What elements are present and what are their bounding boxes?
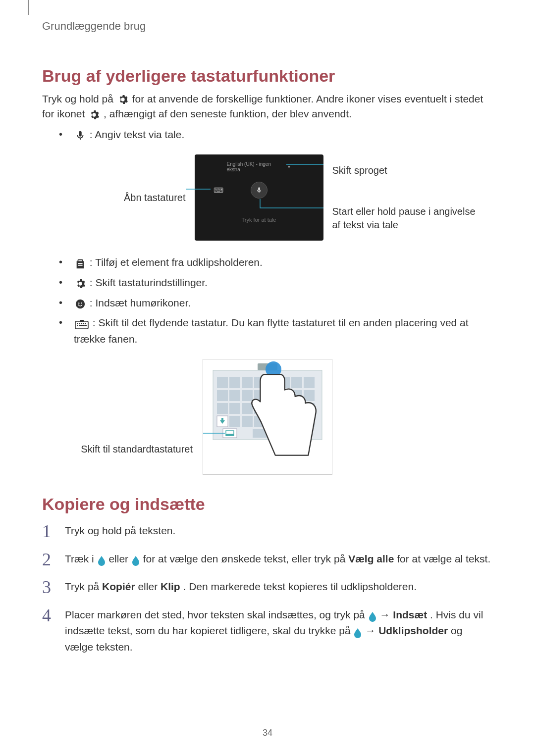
s2b: eller	[108, 553, 131, 564]
s3c: eller	[138, 581, 160, 592]
gear-icon	[75, 278, 86, 289]
bullet-list-2: : Tilføj et element fra udklipsholderen.…	[42, 254, 493, 347]
page: Grundlæggende brug Brug af yderligere ta…	[0, 0, 535, 756]
s3b: Kopiér	[102, 581, 135, 592]
svg-point-2	[81, 302, 82, 303]
s3e: . Den markerede tekst kopieres til udkli…	[183, 581, 417, 592]
keyboard-small-icon: ⌨	[214, 186, 224, 194]
voice-figure-row: Åbn tastaturet English (UK) - ingen ekst…	[42, 154, 493, 241]
step-2: Træk i eller for at vælge den ønskede te…	[42, 551, 493, 567]
step-1: Tryk og hold på teksten.	[42, 523, 493, 539]
bullet-settings-text: : Skift tastaturindstillinger.	[90, 277, 208, 288]
s4a: Placer markøren det sted, hvor teksten s…	[65, 609, 368, 620]
caption-open-keyboard: Åbn tastaturet	[59, 191, 186, 204]
top-rule	[28, 0, 29, 15]
bullet-voice: : Angiv tekst via tale.	[59, 127, 493, 143]
step-3: Tryk på Kopiér eller Klip . Den markered…	[42, 579, 493, 595]
svg-rect-22	[291, 377, 302, 388]
bullet-settings: : Skift tastaturindstillinger.	[59, 275, 493, 291]
intro-text-c: , afhængigt af den seneste funktion, der…	[104, 108, 352, 119]
s2d: Vælg alle	[348, 553, 394, 564]
section-heading-1: Brug af yderligere tastaturfunktioner	[42, 66, 493, 86]
svg-rect-41	[229, 416, 240, 427]
gear-icon	[89, 109, 100, 120]
svg-rect-8	[83, 323, 84, 324]
svg-rect-12	[85, 325, 87, 326]
s3d: Klip	[160, 581, 180, 592]
bullet-floating: : Skift til det flydende tastatur. Du ka…	[59, 315, 493, 347]
svg-rect-23	[304, 377, 315, 388]
cursor-handle-icon	[369, 610, 376, 620]
svg-rect-10	[77, 325, 78, 326]
svg-rect-48	[223, 429, 237, 438]
svg-rect-11	[79, 325, 85, 326]
svg-rect-16	[217, 377, 228, 388]
s4b: →	[379, 609, 393, 620]
bullet-clipboard-text: : Tilføj et element fra udklipsholderen.	[90, 256, 263, 268]
voice-language-label: English (UK) - ingen ekstra▼	[227, 161, 291, 172]
svg-rect-34	[242, 403, 253, 414]
selection-handle-right-icon	[132, 554, 139, 564]
svg-rect-42	[242, 416, 253, 427]
intro-text-a: Tryk og hold på	[42, 93, 116, 104]
mic-button-graphic	[251, 182, 268, 199]
caption-right-stack: Skift sproget Start eller hold pause i a…	[332, 164, 476, 232]
section-heading-2: Kopiere og indsætte	[42, 495, 493, 514]
cursor-handle-icon-2	[354, 627, 361, 637]
svg-rect-5	[77, 323, 78, 324]
s4c: Indsæt	[393, 609, 427, 620]
svg-rect-6	[79, 323, 80, 324]
page-number: 34	[0, 728, 535, 738]
step-4: Placer markøren det sted, hvor teksten s…	[42, 607, 493, 655]
intro-paragraph: Tryk og hold på for at anvende de forske…	[42, 92, 493, 122]
svg-rect-32	[217, 403, 228, 414]
svg-point-1	[78, 302, 79, 303]
s3a: Tryk på	[65, 581, 102, 592]
svg-rect-51	[226, 434, 234, 436]
svg-rect-18	[242, 377, 253, 388]
svg-rect-26	[242, 390, 253, 401]
floating-keyboard-figure	[203, 359, 332, 475]
floating-keyboard-svg	[203, 359, 332, 474]
gear-icon	[117, 94, 128, 105]
floating-figure-row: Skift til standardtastaturet	[42, 359, 493, 475]
svg-rect-9	[85, 323, 86, 324]
bullet-emoji-text: : Indsæt humørikoner.	[90, 297, 191, 308]
floating-keyboard-icon	[75, 318, 89, 329]
voice-hint-text: Tryk for at tale	[195, 217, 323, 223]
bullet-emoji: : Indsæt humørikoner.	[59, 295, 493, 311]
bullet-floating-text: : Skift til det flydende tastatur. Du ka…	[74, 317, 469, 345]
svg-rect-25	[229, 390, 240, 401]
caption-standard-keyboard: Skift til standardtastaturet	[52, 444, 193, 455]
svg-rect-24	[217, 390, 228, 401]
selection-handle-left-icon	[98, 554, 105, 564]
bullet-list-1: : Angiv tekst via tale.	[42, 127, 493, 143]
s4e: →	[365, 625, 378, 636]
s4f: Udklipsholder	[378, 625, 448, 636]
svg-rect-17	[229, 377, 240, 388]
bullet-clipboard: : Tilføj et element fra udklipsholderen.	[59, 254, 493, 271]
voice-figure: English (UK) - ingen ekstra▼ ⌨ Tryk for …	[195, 154, 323, 241]
svg-rect-33	[229, 403, 240, 414]
step-1-text: Tryk og hold på teksten.	[65, 525, 175, 536]
svg-rect-4	[80, 320, 84, 322]
s2a: Træk i	[65, 553, 97, 564]
caption-change-language: Skift sproget	[332, 164, 476, 177]
svg-point-0	[76, 300, 85, 308]
smiley-icon	[75, 298, 86, 309]
s2c: for at vælge den ønskede tekst, eller tr…	[143, 553, 348, 564]
steps-list: Tryk og hold på teksten. Træk i eller fo…	[42, 523, 493, 655]
mic-icon	[75, 130, 86, 141]
chapter-label: Grundlæggende brug	[42, 0, 493, 47]
caption-start-pause: Start eller hold pause i angivelse af te…	[332, 205, 476, 232]
clipboard-icon	[75, 258, 86, 269]
svg-rect-7	[81, 323, 82, 324]
bullet-voice-text: : Angiv tekst via tale.	[90, 129, 184, 140]
s2e: for at vælge al tekst.	[397, 553, 490, 564]
